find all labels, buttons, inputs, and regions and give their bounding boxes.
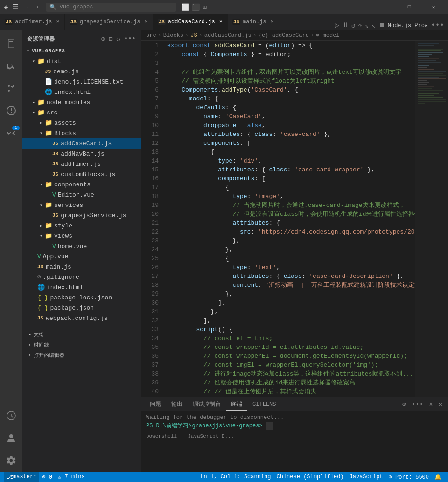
tab-debug-console[interactable]: 调试控制台 <box>188 398 225 410</box>
tree-item-editor-vue[interactable]: V Editor.vue <box>22 190 141 200</box>
search-bar[interactable]: 🔍 vue-grapes <box>46 3 176 12</box>
tree-item-demo-license[interactable]: 📄 demo.js.LICENSE.txt <box>22 77 141 87</box>
tree-item-gitignore[interactable]: ⊘ .gitignore <box>22 272 141 282</box>
activity-git[interactable] <box>0 77 22 99</box>
tab-terminal[interactable]: 终端 <box>226 398 247 411</box>
tree-item-index-html-dist[interactable]: 🌐 index.html <box>22 87 141 97</box>
tab-close[interactable]: × <box>219 19 223 25</box>
tree-item-style[interactable]: ▸ 📁 style <box>22 220 141 231</box>
tree-item-home-vue[interactable]: V home.vue <box>22 241 141 251</box>
warnings-item[interactable]: ⚠ 17 mins <box>55 472 88 482</box>
layout-btn-1[interactable]: ⬜ <box>181 3 189 11</box>
breadcrumb-file[interactable]: addCaseCard.js <box>204 32 252 39</box>
tree-item-addCaseCard[interactable]: JS addCaseCard.js <box>22 138 141 149</box>
breadcrumb-js[interactable]: JS <box>190 32 197 39</box>
port-item[interactable]: ⊕ Port: 5500 <box>386 472 432 482</box>
tree-item-blocks[interactable]: ▾ 📁 Blocks <box>22 128 141 138</box>
menu-icon[interactable]: ☰ <box>12 2 19 12</box>
back-button[interactable]: ‹ <box>24 2 32 12</box>
activity-extensions[interactable]: 1 <box>0 122 22 144</box>
tree-item-dist[interactable]: ▾ 📁 dist <box>22 56 141 66</box>
sidebar-startup[interactable]: ▸ 打开的编辑器 <box>22 350 141 360</box>
sidebar-title: 资源管理器 <box>27 35 55 43</box>
tab-addTimer[interactable]: JS addTimer.js × <box>0 14 65 30</box>
new-folder-button[interactable]: ⊞ <box>108 34 113 44</box>
activity-account[interactable] <box>0 427 22 449</box>
new-file-button[interactable]: ⊕ <box>100 34 105 44</box>
close-button[interactable]: ✕ <box>423 0 444 14</box>
encoding-item[interactable]: Chinese (Simplified) <box>274 472 347 482</box>
code-content[interactable]: export const addCaseCard = (editor) => {… <box>162 41 415 397</box>
tree-item-demo-js[interactable]: JS demo.js <box>22 66 141 77</box>
tree-item-index-html[interactable]: 🌐 index.html <box>22 282 141 292</box>
tab-problems[interactable]: 问题 <box>145 398 166 410</box>
tab-addCaseCard[interactable]: JS addCaseCard.js × <box>153 14 228 30</box>
refresh-button[interactable]: ↺ <box>115 34 121 44</box>
tab-gitlens[interactable]: GITLENS <box>248 399 280 410</box>
tree-item-package-lock[interactable]: { } package-lock.json <box>22 292 141 303</box>
activity-debug[interactable] <box>0 99 22 122</box>
layout-btn-2[interactable]: ⬛ <box>192 3 200 11</box>
breadcrumb: src › Blocks › JS › addCaseCard.js › {e}… <box>141 30 448 41</box>
reload-button[interactable]: ↺ <box>351 21 355 29</box>
more-actions-button[interactable]: ••• <box>123 34 137 44</box>
tree-item-assets[interactable]: ▸ 📁 assets <box>22 118 141 128</box>
item-label: demo.js.LICENSE.txt <box>54 78 123 85</box>
activity-remote[interactable] <box>0 404 22 427</box>
maximize-button[interactable]: □ <box>399 0 420 14</box>
panel-close-button[interactable]: ✕ <box>437 399 444 409</box>
git-branch-item[interactable]: ⎇ master* <box>4 472 39 482</box>
tree-item-customBlocks[interactable]: JS customBlocks.js <box>22 169 141 179</box>
tab-close[interactable]: × <box>144 19 147 25</box>
breadcrumb-func[interactable]: {e} addCaseCard <box>259 32 309 39</box>
code-editor[interactable]: 12345 678910 1112131415 1617181920 21222… <box>141 41 448 397</box>
tree-item-node-modules[interactable]: ▸ 📁 node_modules <box>22 97 141 107</box>
activity-search[interactable] <box>0 55 22 77</box>
stop-button[interactable]: ⏹ <box>378 21 385 29</box>
activity-explorer[interactable] <box>0 32 22 55</box>
breadcrumb-blocks[interactable]: Blocks <box>163 32 183 39</box>
cursor-position[interactable]: Ln 1, Col 1: Scanning <box>197 472 273 482</box>
errors-item[interactable]: ⊗ 0 <box>39 472 55 482</box>
tree-item-grapesjs[interactable]: JS grapesjsService.js <box>22 210 141 220</box>
tree-root[interactable]: ▾ VUE-GRAPES <box>22 46 141 56</box>
sidebar-timeline[interactable]: ▸ 时间线 <box>22 340 141 350</box>
breadcrumb-src[interactable]: src <box>146 32 156 39</box>
tab-main[interactable]: JS main.js × <box>228 14 279 30</box>
tree-item-webpack[interactable]: JS webpack.config.js <box>22 313 141 323</box>
panel-up-button[interactable]: ∧ <box>427 399 434 409</box>
tree-item-addTimer[interactable]: JS addTimer.js <box>22 159 141 169</box>
tree-item-src[interactable]: ▾ 📁 src <box>22 107 141 118</box>
tree-item-main-js[interactable]: JS main.js <box>22 262 141 272</box>
layout-btn-3[interactable]: ⊞ <box>203 3 206 11</box>
terminal-more-button[interactable]: ••• <box>410 400 425 409</box>
terminal-content[interactable]: Waiting for the debugger to disconnect..… <box>141 411 448 472</box>
notifications-item[interactable]: 🔔 <box>432 472 444 482</box>
tab-grapesjs[interactable]: JS grapesjsService.js × <box>65 14 153 30</box>
language-item[interactable]: JavaScript <box>347 472 386 482</box>
tab-output[interactable]: 输出 <box>167 398 187 410</box>
step-over-button[interactable]: ↷ <box>358 21 362 29</box>
js-icon: JS <box>37 315 43 321</box>
tree-item-services[interactable]: ▾ 📁 services <box>22 200 141 210</box>
step-into-button[interactable]: ↘ <box>365 21 369 29</box>
more-button[interactable]: ••• <box>431 21 444 29</box>
step-out-button[interactable]: ↖ <box>371 21 375 29</box>
tree-item-components[interactable]: ▾ 📁 components <box>22 179 141 190</box>
tree-item-app-vue[interactable]: V App.vue <box>22 251 141 262</box>
tab-close[interactable]: × <box>56 19 59 25</box>
sidebar-outline[interactable]: ▸ 大纲 <box>22 329 141 340</box>
activity-settings[interactable] <box>0 449 22 472</box>
tab-close[interactable]: × <box>271 19 274 25</box>
tree-item-views[interactable]: ▾ 📁 views <box>22 231 141 241</box>
run-button[interactable]: ▷ <box>335 21 339 30</box>
breadcrumb-model[interactable]: ⊕ model <box>316 32 339 39</box>
forward-button[interactable]: › <box>34 2 41 12</box>
minimize-button[interactable]: ─ <box>374 0 396 14</box>
svg-point-2 <box>13 85 14 87</box>
debug-button[interactable]: ⏸ <box>342 21 349 29</box>
tree-item-package-json[interactable]: { } package.json <box>22 303 141 313</box>
tree-item-addNavBar[interactable]: JS addNavBar.js <box>22 149 141 159</box>
extensions-badge: 1 <box>12 126 20 130</box>
add-terminal-button[interactable]: ⊕ <box>400 399 407 409</box>
